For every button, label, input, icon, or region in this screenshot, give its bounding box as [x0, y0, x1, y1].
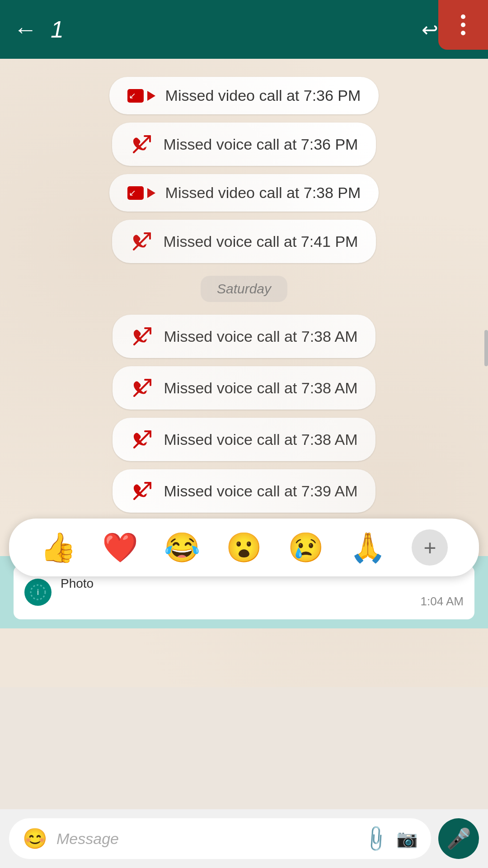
mic-button[interactable]: 🎤 [438, 818, 479, 859]
call-text: Missed voice call at 7:36 PM [164, 136, 358, 153]
missed-voice-icon [130, 132, 154, 156]
call-text: Missed voice call at 7:38 AM [164, 431, 358, 448]
call-bubble-6[interactable]: Missed voice call at 7:38 AM [113, 366, 376, 410]
missed-video-call-icon: ↙ [127, 186, 155, 200]
back-button[interactable]: ← [14, 16, 37, 43]
thumbs-up-emoji[interactable]: 👍 [40, 531, 76, 565]
selected-count: 1 [51, 16, 64, 43]
date-separator: Saturday [201, 276, 287, 302]
menu-button[interactable] [438, 0, 488, 50]
reply-content: Photo 1:04 AM [61, 576, 464, 609]
svg-text:i: i [37, 588, 39, 597]
reply-icon[interactable]: ↩ [422, 18, 438, 41]
emoji-picker-button[interactable]: 😊 [23, 827, 47, 850]
call-text: Missed video call at 7:38 PM [165, 184, 361, 202]
call-bubble-5[interactable]: Missed voice call at 7:38 AM [113, 315, 376, 358]
call-text: Missed voice call at 7:39 AM [164, 482, 358, 500]
reply-time: 1:04 AM [61, 594, 464, 609]
missed-voice-icon [131, 325, 154, 348]
scrollbar[interactable] [484, 330, 488, 366]
missed-voice-icon [131, 479, 154, 503]
header-actions: ↩ 🗑 [422, 18, 474, 41]
cam-triangle [147, 91, 155, 101]
attach-button[interactable]: 📎 [361, 823, 392, 854]
call-bubble-8[interactable]: Missed voice call at 7:39 AM [113, 469, 376, 513]
missed-voice-icon [131, 428, 154, 451]
arrow-icon: ↙ [129, 90, 136, 101]
call-text: Missed video call at 7:36 PM [165, 87, 361, 104]
call-bubble-3[interactable]: ↙ Missed video call at 7:38 PM [109, 174, 379, 212]
call-text: Missed voice call at 7:38 AM [164, 328, 358, 345]
plus-icon: + [423, 535, 436, 560]
cam-triangle [147, 188, 155, 198]
header: ← 1 ↩ 🗑 [0, 0, 488, 59]
arrow-icon: ↙ [129, 188, 136, 198]
message-input[interactable]: Message [56, 830, 356, 848]
missed-video-call-icon: ↙ [127, 89, 155, 103]
laugh-emoji[interactable]: 😂 [164, 531, 200, 565]
call-bubble-1[interactable]: ↙ Missed video call at 7:36 PM [109, 77, 379, 114]
call-bubble-2[interactable]: Missed voice call at 7:36 PM [112, 123, 376, 166]
reply-photo-label: Photo [61, 576, 464, 591]
pray-emoji[interactable]: 🙏 [350, 531, 386, 565]
emoji-reaction-bar: 👍 ❤️ 😂 😮 😢 🙏 + [9, 519, 479, 576]
missed-voice-icon [130, 230, 154, 253]
call-text: Missed voice call at 7:41 PM [164, 233, 358, 250]
more-emojis-button[interactable]: + [412, 529, 448, 566]
mic-icon: 🎤 [446, 827, 471, 850]
call-bubble-4[interactable]: Missed voice call at 7:41 PM [112, 220, 376, 263]
camera-button[interactable]: 📷 [396, 829, 418, 849]
message-input-area: 😊 Message 📎 📷 🎤 [0, 809, 488, 868]
reply-avatar: i [24, 579, 52, 606]
call-text: Missed voice call at 7:38 AM [164, 379, 358, 397]
input-box: 😊 Message 📎 📷 [9, 818, 431, 859]
missed-voice-icon [131, 376, 154, 400]
surprised-emoji[interactable]: 😮 [226, 531, 262, 565]
call-bubble-7[interactable]: Missed voice call at 7:38 AM [113, 418, 376, 461]
sad-emoji[interactable]: 😢 [288, 531, 324, 565]
chat-area: ↙ Missed video call at 7:36 PM Missed vo… [0, 59, 488, 687]
heart-emoji[interactable]: ❤️ [102, 531, 138, 565]
three-dots-icon [461, 14, 465, 35]
